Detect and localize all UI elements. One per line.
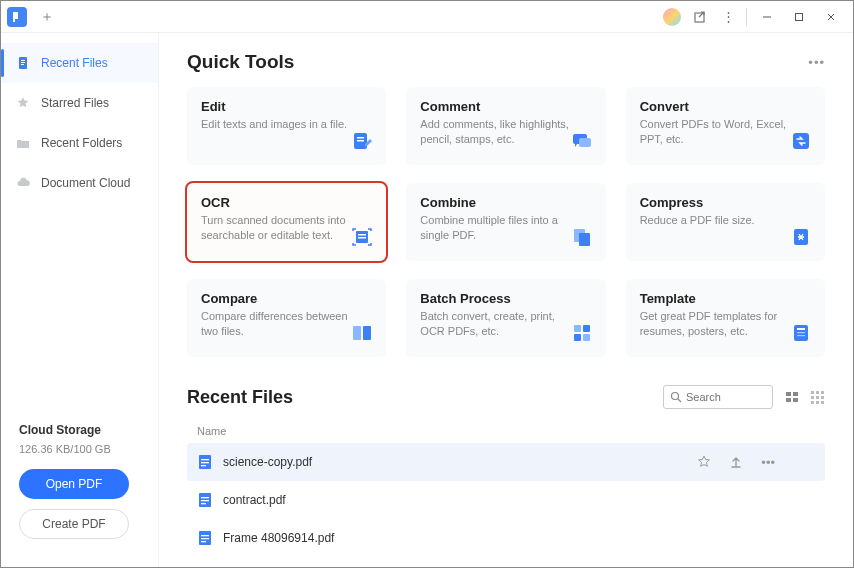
document-icon xyxy=(15,55,31,71)
maximize-button[interactable] xyxy=(783,3,815,31)
new-tab-button[interactable]: ＋ xyxy=(37,7,57,27)
tool-desc: Compare differences between two files. xyxy=(201,309,351,339)
svg-rect-54 xyxy=(201,535,209,536)
file-name: Frame 48096914.pdf xyxy=(223,531,815,545)
svg-rect-46 xyxy=(201,459,209,460)
sidebar-item-document-cloud[interactable]: Document Cloud xyxy=(1,163,158,203)
titlebar-divider xyxy=(746,8,747,26)
svg-rect-25 xyxy=(583,334,590,341)
search-input[interactable] xyxy=(686,391,766,403)
tool-compress[interactable]: Compress Reduce a PDF file size. xyxy=(626,183,825,261)
svg-rect-29 xyxy=(797,335,805,336)
svg-rect-47 xyxy=(201,462,209,463)
search-box[interactable] xyxy=(663,385,773,409)
svg-rect-23 xyxy=(583,325,590,332)
svg-rect-6 xyxy=(21,62,25,63)
sidebar-item-recent-files[interactable]: Recent Files xyxy=(1,43,158,83)
svg-rect-44 xyxy=(821,401,824,404)
svg-rect-28 xyxy=(797,332,805,333)
combine-icon xyxy=(570,225,594,249)
tool-combine[interactable]: Combine Combine multiple files into a si… xyxy=(406,183,605,261)
pdf-file-icon xyxy=(197,454,213,470)
star-icon[interactable] xyxy=(697,455,711,470)
tool-desc: Batch convert, create, print, OCR PDFs, … xyxy=(420,309,570,339)
svg-rect-51 xyxy=(201,500,209,501)
svg-rect-3 xyxy=(796,13,803,20)
minimize-button[interactable] xyxy=(751,3,783,31)
pdf-file-icon xyxy=(197,530,213,546)
storage-title: Cloud Storage xyxy=(19,423,140,437)
file-row[interactable]: Frame 48096914.pdf xyxy=(187,519,825,557)
quick-tools-title: Quick Tools xyxy=(187,51,294,73)
svg-rect-16 xyxy=(358,237,366,239)
svg-rect-34 xyxy=(786,398,791,402)
sidebar-item-label: Recent Folders xyxy=(41,136,122,150)
svg-rect-9 xyxy=(357,137,364,139)
tool-title: Compress xyxy=(640,195,811,210)
avatar-icon[interactable] xyxy=(658,3,686,31)
template-icon xyxy=(789,321,813,345)
tool-desc: Reduce a PDF file size. xyxy=(640,213,790,228)
row-actions: ••• xyxy=(697,455,815,470)
file-row[interactable]: contract.pdf xyxy=(187,481,825,519)
comment-icon xyxy=(570,129,594,153)
open-pdf-button[interactable]: Open PDF xyxy=(19,469,129,499)
sidebar-item-label: Document Cloud xyxy=(41,176,130,190)
sidebar-item-starred-files[interactable]: Starred Files xyxy=(1,83,158,123)
pdf-file-icon xyxy=(197,492,213,508)
tool-desc: Turn scanned documents into searchable o… xyxy=(201,213,351,243)
cloud-icon xyxy=(15,175,31,191)
grid-view-icon[interactable] xyxy=(810,390,825,405)
tool-desc: Get great PDF templates for resumes, pos… xyxy=(640,309,790,339)
tool-template[interactable]: Template Get great PDF templates for res… xyxy=(626,279,825,357)
tool-comment[interactable]: Comment Add comments, like highlights, p… xyxy=(406,87,605,165)
file-row[interactable]: science-copy.pdf ••• xyxy=(187,443,825,481)
more-icon[interactable]: ••• xyxy=(761,455,775,470)
compare-icon xyxy=(350,321,374,345)
folder-icon xyxy=(15,135,31,151)
svg-rect-50 xyxy=(201,497,209,498)
tool-title: Convert xyxy=(640,99,811,114)
main-content: Quick Tools ••• Edit Edit texts and imag… xyxy=(159,33,853,567)
close-button[interactable] xyxy=(815,3,847,31)
kebab-icon[interactable]: ⋮ xyxy=(714,3,742,31)
sidebar: Recent Files Starred Files Recent Folder… xyxy=(1,33,159,567)
svg-rect-52 xyxy=(201,503,206,504)
compress-icon xyxy=(789,225,813,249)
tool-edit[interactable]: Edit Edit texts and images in a file. xyxy=(187,87,386,165)
svg-rect-24 xyxy=(574,334,581,341)
quick-tools-more[interactable]: ••• xyxy=(808,55,825,70)
svg-rect-21 xyxy=(363,326,371,340)
sidebar-item-label: Recent Files xyxy=(41,56,108,70)
edit-icon xyxy=(350,129,374,153)
upload-icon[interactable] xyxy=(729,455,743,470)
svg-rect-42 xyxy=(811,401,814,404)
svg-rect-32 xyxy=(786,392,791,396)
svg-rect-20 xyxy=(353,326,361,340)
share-icon[interactable] xyxy=(686,3,714,31)
svg-rect-40 xyxy=(816,396,819,399)
svg-rect-12 xyxy=(579,138,591,147)
create-pdf-button[interactable]: Create PDF xyxy=(19,509,129,539)
tool-title: Comment xyxy=(420,99,591,114)
app-logo xyxy=(7,7,27,27)
svg-rect-22 xyxy=(574,325,581,332)
svg-rect-13 xyxy=(793,133,809,149)
tool-convert[interactable]: Convert Convert PDFs to Word, Excel, PPT… xyxy=(626,87,825,165)
tool-desc: Add comments, like highlights, pencil, s… xyxy=(420,117,570,147)
list-view-icon[interactable] xyxy=(785,390,800,405)
svg-rect-41 xyxy=(821,396,824,399)
svg-rect-48 xyxy=(201,465,206,466)
sidebar-item-recent-folders[interactable]: Recent Folders xyxy=(1,123,158,163)
tool-title: Template xyxy=(640,291,811,306)
tool-ocr[interactable]: OCR Turn scanned documents into searchab… xyxy=(187,183,386,261)
titlebar: ＋ ⋮ xyxy=(1,1,853,33)
file-name: science-copy.pdf xyxy=(223,455,687,469)
svg-rect-5 xyxy=(21,60,25,61)
svg-rect-33 xyxy=(793,392,798,396)
search-icon xyxy=(670,391,682,403)
svg-rect-39 xyxy=(811,396,814,399)
tool-batch-process[interactable]: Batch Process Batch convert, create, pri… xyxy=(406,279,605,357)
svg-rect-35 xyxy=(793,398,798,402)
tool-compare[interactable]: Compare Compare differences between two … xyxy=(187,279,386,357)
